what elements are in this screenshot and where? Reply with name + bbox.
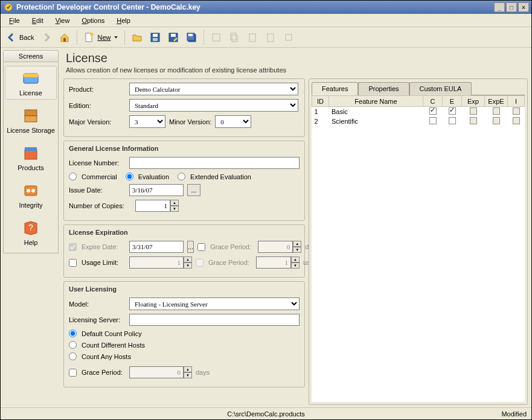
checkbox-icon[interactable] <box>513 117 520 124</box>
col-e[interactable]: E <box>443 96 462 107</box>
minimize-button[interactable]: _ <box>494 2 505 12</box>
paste-button[interactable] <box>244 30 261 45</box>
col-i[interactable]: I <box>508 96 525 107</box>
expire-date-input[interactable] <box>129 241 184 253</box>
menu-file[interactable]: File <box>3 15 26 26</box>
delete-icon <box>265 32 276 43</box>
checkbox-icon[interactable] <box>493 117 500 124</box>
sidebar-item-license-storage[interactable]: License Storage <box>5 103 57 137</box>
sidebar-item-integrity[interactable]: Integrity <box>5 178 57 212</box>
close-button[interactable]: × <box>518 2 529 12</box>
titlebar: Protection! Developer Control Center - D… <box>1 1 531 14</box>
grace-usages-spinner[interactable]: ▲▼ <box>256 256 300 269</box>
menu-options[interactable]: Options <box>75 15 111 26</box>
back-button[interactable]: Back <box>3 30 37 45</box>
minor-version-label: Minor Version: <box>169 118 211 126</box>
toolbar: Back New <box>1 27 531 48</box>
major-version-select[interactable]: 3 <box>129 115 165 128</box>
page-subtitle: Allows creation of new licenses or modif… <box>66 66 528 74</box>
checkbox-icon[interactable] <box>493 107 500 115</box>
issue-date-picker-button[interactable]: ... <box>187 184 200 196</box>
col-feature-name[interactable]: Feature Name <box>329 96 423 107</box>
sidebar-item-license[interactable]: License <box>5 66 57 100</box>
sidebar-label: Products <box>18 164 43 171</box>
save-all-button[interactable] <box>183 30 200 45</box>
page-title: License <box>66 51 528 65</box>
count-different-hosts-radio[interactable]: Count Different Hosts <box>69 341 145 349</box>
sidebar-item-help[interactable]: ? Help <box>5 215 57 249</box>
edition-select[interactable]: Standard <box>129 99 298 112</box>
copies-spinner[interactable]: ▲▼ <box>135 200 179 212</box>
col-exp[interactable]: Exp <box>462 96 485 107</box>
save-as-button[interactable] <box>165 30 182 45</box>
new-label: New <box>97 34 111 41</box>
sidebar-item-products[interactable]: Products <box>5 141 57 174</box>
tab-properties[interactable]: Properties <box>358 82 409 95</box>
model-label: Model: <box>69 301 126 308</box>
home-icon <box>59 32 70 43</box>
evaluation-radio[interactable]: Evaluation <box>126 173 169 180</box>
commercial-radio[interactable]: Commercial <box>69 173 117 180</box>
col-expe[interactable]: ExpE <box>485 96 508 107</box>
license-number-input[interactable] <box>129 157 300 169</box>
license-icon <box>21 69 40 88</box>
default-count-policy-radio[interactable]: Default Count Policy <box>69 329 142 337</box>
expire-date-picker-button[interactable]: ... <box>187 241 194 253</box>
extended-eval-radio[interactable]: Extended Evaluation <box>178 173 251 180</box>
misc-button[interactable] <box>280 30 297 45</box>
features-tabs-panel: Features Properties Custom EULA ID Featu… <box>309 78 528 405</box>
edition-label: Edition: <box>69 102 126 109</box>
statusbar: C:\src\DemoCalc.products Modified <box>1 407 531 419</box>
maximize-button[interactable]: □ <box>506 2 517 12</box>
minor-version-select[interactable]: 0 <box>215 115 251 128</box>
spin-up-icon[interactable]: ▲ <box>170 200 179 206</box>
expire-date-checkbox[interactable]: Expire Date: <box>69 243 126 251</box>
count-any-hosts-radio[interactable]: Count Any Hosts <box>69 352 131 360</box>
licensing-server-input[interactable] <box>129 314 300 326</box>
tab-custom-eula[interactable]: Custom EULA <box>409 82 472 95</box>
user-days-label: days <box>196 369 210 376</box>
open-button[interactable] <box>129 30 146 45</box>
delete-button[interactable] <box>262 30 279 45</box>
svg-rect-21 <box>25 116 37 122</box>
grace-days-spinner[interactable]: ▲▼ <box>258 241 301 253</box>
menu-help[interactable]: Help <box>111 15 136 26</box>
copy-button[interactable] <box>226 30 243 45</box>
table-row[interactable]: 2Scientific <box>312 116 525 126</box>
tab-features[interactable]: Features <box>312 82 358 95</box>
svg-rect-1 <box>63 38 66 42</box>
checkbox-icon[interactable] <box>513 107 520 115</box>
svg-rect-20 <box>25 110 37 116</box>
checkbox-icon[interactable] <box>449 117 456 124</box>
table-row[interactable]: 1Basic <box>312 107 525 117</box>
checkbox-icon[interactable] <box>470 117 477 124</box>
user-grace-period-checkbox[interactable]: Grace Period: <box>69 369 126 377</box>
model-select[interactable]: Floating - Licensing Server <box>129 298 300 310</box>
paste-icon <box>247 32 258 43</box>
menu-edit[interactable]: Edit <box>26 15 50 26</box>
checkbox-icon[interactable] <box>470 107 477 115</box>
save-button[interactable] <box>147 30 164 45</box>
new-button[interactable]: New <box>81 30 121 45</box>
cut-button[interactable] <box>208 30 225 45</box>
spin-down-icon[interactable]: ▼ <box>170 206 179 212</box>
user-grace-spinner[interactable]: ▲▼ <box>129 366 192 378</box>
grace-period-days-checkbox[interactable]: Grace Period: <box>197 243 254 251</box>
product-select[interactable]: Demo Calculator <box>129 83 298 95</box>
forward-button[interactable] <box>38 30 55 45</box>
grace-period-usages-checkbox[interactable]: Grace Period: <box>196 259 252 267</box>
usage-limit-checkbox[interactable]: Usage Limit: <box>69 259 126 267</box>
checkbox-icon[interactable] <box>429 107 437 115</box>
svg-rect-12 <box>213 34 220 41</box>
col-c[interactable]: C <box>423 96 443 107</box>
usage-limit-spinner[interactable]: ▲▼ <box>129 256 192 269</box>
home-button[interactable] <box>56 30 73 45</box>
checkbox-icon[interactable] <box>429 117 437 124</box>
issue-date-input[interactable] <box>129 184 184 196</box>
main-area: License Allows creation of new licenses … <box>61 48 531 407</box>
folder-open-icon <box>132 32 143 43</box>
chevron-down-icon <box>114 36 118 39</box>
menu-view[interactable]: View <box>50 15 76 26</box>
checkbox-icon[interactable] <box>449 107 456 115</box>
col-id[interactable]: ID <box>312 96 329 107</box>
